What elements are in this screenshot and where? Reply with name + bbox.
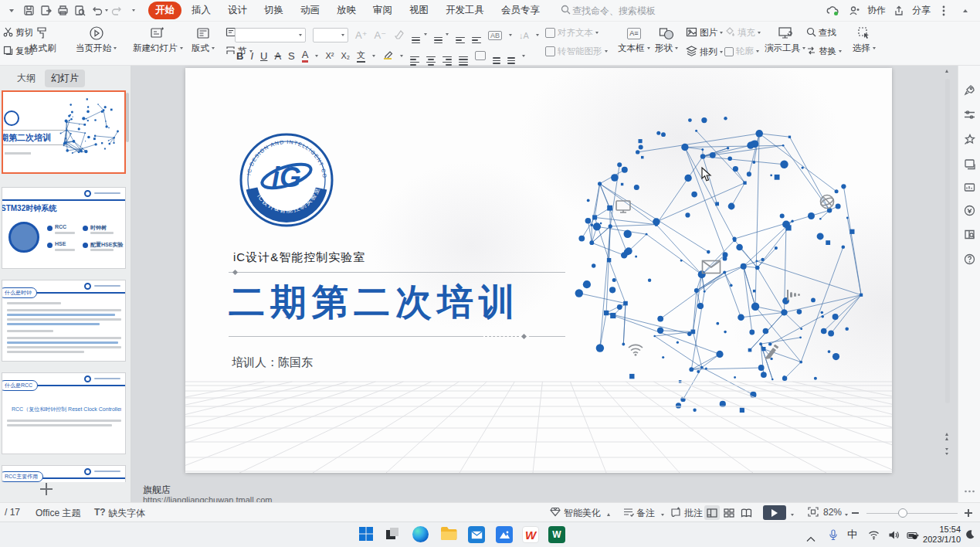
theme-indicator[interactable]: Office 主题	[36, 507, 80, 520]
tab-outline[interactable]: 大纲	[11, 70, 42, 87]
collaborate-label[interactable]: 协作	[867, 4, 886, 17]
increase-font-icon[interactable]: A⁺	[355, 29, 368, 41]
slide-sorter-button[interactable]	[721, 505, 737, 520]
play-from-current-button[interactable]: 当页开始	[76, 25, 117, 54]
search-input[interactable]	[571, 5, 694, 17]
zoom-slider-knob[interactable]	[898, 508, 907, 518]
app-green-icon[interactable]: W	[548, 526, 566, 544]
fill-button[interactable]: 填充	[724, 27, 761, 39]
fit-slide-icon[interactable]	[808, 507, 819, 519]
command-search[interactable]	[561, 4, 704, 18]
strikethrough-button[interactable]: A	[274, 50, 281, 62]
shadow-button[interactable]: S	[288, 50, 295, 62]
tab-view[interactable]: 视图	[402, 2, 436, 19]
canvas-scrollbar[interactable]	[944, 68, 951, 485]
slide-subtitle[interactable]: iC设计&智能控制实验室	[233, 250, 365, 265]
print-icon[interactable]	[54, 2, 71, 19]
clear-format-icon[interactable]	[393, 29, 405, 42]
distribute-icon[interactable]	[475, 51, 486, 60]
font-family-select[interactable]	[235, 28, 306, 42]
bold-button[interactable]: B	[236, 50, 243, 62]
zoom-out-button[interactable]	[852, 512, 859, 514]
more-menu-icon[interactable]	[935, 2, 952, 19]
slide-thumbnail-1[interactable]: 期第二次培训	[2, 90, 126, 174]
collaborate-icon[interactable]	[846, 2, 863, 19]
play-slideshow-button[interactable]	[763, 505, 786, 520]
sidebar-scrollbar[interactable]	[126, 93, 129, 142]
slide-thumbnail-3[interactable]: 什么是时钟	[2, 280, 126, 362]
more-dots-icon[interactable]	[964, 483, 976, 495]
decrease-font-icon[interactable]: A⁻	[375, 29, 387, 41]
file-explorer-icon[interactable]	[440, 526, 458, 544]
paragraph-spacing-icon[interactable]	[507, 48, 515, 64]
outline-button[interactable]: 轮廓	[724, 46, 759, 57]
phonetic-guide-button[interactable]: 文	[357, 49, 365, 63]
cloud-sync-icon[interactable]	[824, 2, 841, 19]
presentation-tools-button[interactable]: 演示工具	[765, 25, 805, 54]
align-center-icon[interactable]	[426, 46, 436, 66]
highlight-button[interactable]	[382, 49, 393, 63]
convert-smart-graphic-button[interactable]: 转智能图形	[545, 46, 608, 57]
start-button-icon[interactable]	[358, 526, 376, 544]
subscript-button[interactable]: X₂	[341, 51, 350, 60]
notes-icon[interactable]	[622, 507, 634, 519]
align-text-button[interactable]: 对齐文本	[545, 27, 599, 39]
play-options-icon[interactable]	[791, 514, 794, 516]
slide-thumbnail-4[interactable]: 什么是RCC RCC（复位和时钟控制 Reset Clock Controlle…	[2, 372, 126, 454]
app-blue-mountain-icon[interactable]	[496, 526, 514, 544]
sort-text-icon[interactable]: ↓A	[519, 31, 529, 40]
tray-clock[interactable]: 15:54 2023/1/10	[917, 525, 961, 545]
line-spacing-icon[interactable]	[493, 48, 500, 64]
missing-font-label[interactable]: 缺失字体	[108, 507, 145, 520]
tab-design[interactable]: 设计	[221, 2, 254, 19]
share-label[interactable]: 分享	[912, 4, 931, 17]
night-mode-icon[interactable]	[965, 528, 975, 542]
lab-logo[interactable]: IC DESIGN AND INTELLIGENT CONTROL LAB iC…	[238, 131, 335, 229]
shapes-button[interactable]: 形状	[655, 25, 678, 54]
task-view-icon[interactable]	[385, 526, 402, 544]
tray-expand-icon[interactable]	[806, 532, 816, 545]
align-right-icon[interactable]	[443, 46, 452, 66]
italic-button[interactable]: I	[250, 50, 253, 62]
window-menu-icon[interactable]	[3, 2, 20, 19]
layout-panel-icon[interactable]	[964, 158, 976, 171]
beautify-icon[interactable]	[550, 507, 561, 519]
tab-member[interactable]: 会员专享	[494, 2, 547, 19]
zoom-slider-track[interactable]	[866, 513, 958, 514]
tab-insert[interactable]: 插入	[185, 2, 218, 19]
tab-devtools[interactable]: 开发工具	[439, 2, 491, 19]
tab-home[interactable]: 开始	[148, 2, 181, 19]
select-button[interactable]: 选择	[853, 25, 876, 54]
slide-title[interactable]: 二期第二次培训	[229, 278, 521, 327]
save-icon[interactable]	[20, 2, 37, 19]
slide-1-canvas[interactable]: IC DESIGN AND INTELLIGENT CONTROL LAB iC…	[185, 68, 892, 473]
mail-app-icon[interactable]	[468, 526, 486, 544]
add-slide-button[interactable]	[40, 483, 53, 495]
microphone-icon[interactable]	[828, 529, 839, 544]
comment-icon[interactable]	[670, 507, 681, 519]
beautify-label[interactable]: 智能美化	[564, 507, 601, 520]
arrange-button[interactable]: 排列	[686, 46, 723, 58]
tab-slideshow[interactable]: 放映	[330, 2, 363, 19]
zoom-level[interactable]: 82%	[823, 507, 842, 518]
wifi-tray-icon[interactable]	[868, 529, 880, 543]
justify-icon[interactable]	[459, 46, 468, 66]
undo-icon[interactable]	[88, 2, 105, 19]
share-icon[interactable]	[890, 2, 907, 19]
edge-browser-icon[interactable]	[412, 526, 430, 544]
picture-button[interactable]: 图片	[686, 27, 723, 39]
layout-button[interactable]: 版式	[192, 25, 215, 54]
redo-icon[interactable]	[108, 2, 125, 19]
slide-presenter[interactable]: 培训人：陈国东	[232, 355, 313, 370]
zoom-in-button[interactable]	[965, 509, 972, 517]
new-slide-button[interactable]: 新建幻灯片	[133, 25, 183, 54]
format-painter-button[interactable]: 格式刷	[29, 25, 56, 54]
bullet-list-icon[interactable]	[412, 27, 426, 43]
ime-indicator[interactable]: 中	[847, 528, 857, 542]
font-color-button[interactable]: A	[302, 49, 309, 63]
rocket-optimize-icon[interactable]	[964, 84, 976, 97]
textbox-button[interactable]: A≡ 文本框	[618, 25, 650, 54]
speaker-icon[interactable]	[888, 529, 899, 543]
tab-transition[interactable]: 切换	[257, 2, 290, 19]
customize-toolbar-icon[interactable]	[125, 2, 142, 19]
